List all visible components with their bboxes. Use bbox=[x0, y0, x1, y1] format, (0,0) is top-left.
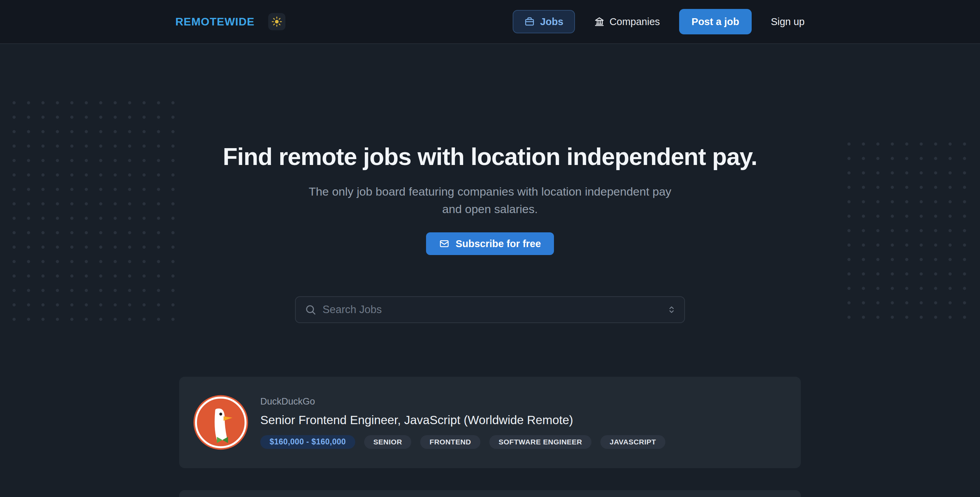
job-card[interactable]: DuckDuckGo Senior Frontend Engineer, Jav… bbox=[179, 377, 801, 468]
nav-item-companies[interactable]: Companies bbox=[594, 16, 660, 27]
tag-badge: FRONTEND bbox=[420, 435, 480, 449]
page-title: Find remote jobs with location independe… bbox=[0, 44, 980, 170]
main-nav: Jobs Companies Post a job Sign up bbox=[513, 9, 805, 34]
subscribe-button-label: Subscribe for free bbox=[456, 238, 541, 249]
sign-up-link[interactable]: Sign up bbox=[771, 16, 805, 27]
company-name: DuckDuckGo bbox=[260, 396, 665, 407]
nav-item-jobs[interactable]: Jobs bbox=[513, 10, 575, 33]
envelope-icon bbox=[439, 238, 449, 249]
hero-content: Find remote jobs with location independe… bbox=[0, 44, 980, 497]
search-row bbox=[0, 296, 980, 323]
navbar-inner: REMOTEWIDE bbox=[175, 9, 805, 34]
subscribe-row: Subscribe for free bbox=[0, 232, 980, 255]
nav-companies-label: Companies bbox=[609, 16, 660, 27]
job-tags: $160,000 - $160,000 SENIOR FRONTEND SOFT… bbox=[260, 435, 665, 449]
post-a-job-button[interactable]: Post a job bbox=[679, 9, 752, 34]
theme-toggle-button[interactable] bbox=[268, 13, 285, 30]
search-icon bbox=[305, 304, 317, 316]
top-navbar: REMOTEWIDE bbox=[0, 0, 980, 44]
site-logo[interactable]: REMOTEWIDE bbox=[175, 16, 255, 28]
next-job-card-partial[interactable] bbox=[179, 490, 801, 497]
subtitle-line-2: and open salaries. bbox=[0, 200, 980, 218]
page-subtitle: The only job board featuring companies w… bbox=[0, 183, 980, 218]
briefcase-icon bbox=[524, 16, 535, 27]
tag-badge: SOFTWARE ENGINEER bbox=[489, 435, 592, 449]
building-icon bbox=[594, 16, 605, 27]
salary-badge: $160,000 - $160,000 bbox=[260, 435, 355, 449]
nav-jobs-label: Jobs bbox=[540, 16, 563, 27]
job-info: DuckDuckGo Senior Frontend Engineer, Jav… bbox=[260, 396, 665, 449]
subtitle-line-1: The only job board featuring companies w… bbox=[0, 183, 980, 200]
job-title: Senior Frontend Engineer, JavaScript (Wo… bbox=[260, 413, 665, 427]
tag-badge: SENIOR bbox=[364, 435, 412, 449]
job-list: DuckDuckGo Senior Frontend Engineer, Jav… bbox=[0, 377, 980, 497]
subscribe-button[interactable]: Subscribe for free bbox=[426, 232, 554, 255]
job-search-combobox[interactable] bbox=[295, 296, 685, 323]
search-input[interactable] bbox=[323, 303, 667, 316]
sun-icon bbox=[271, 16, 282, 27]
duckduckgo-logo bbox=[193, 395, 248, 450]
hero-section: Find remote jobs with location independe… bbox=[0, 44, 980, 497]
chevron-up-down-icon[interactable] bbox=[667, 305, 677, 315]
tag-badge: JAVASCRIPT bbox=[600, 435, 665, 449]
